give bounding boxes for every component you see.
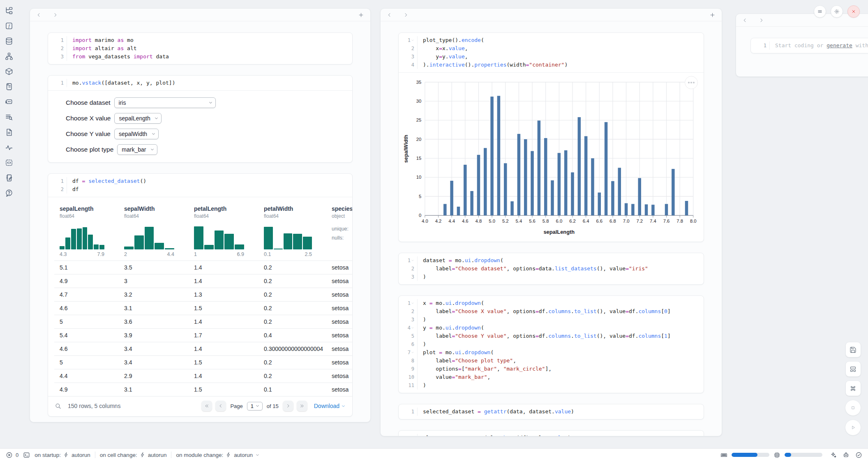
code-text: options=["mark_bar", "mark_circle"], [418, 365, 552, 373]
chart-actions-button[interactable] [685, 76, 698, 89]
terminal-icon[interactable] [23, 452, 30, 459]
notebook-column-left: 1import marimo as mo2import altair as al… [30, 8, 371, 422]
search-icon[interactable] [55, 403, 61, 409]
chevron-left-icon[interactable] [36, 12, 42, 18]
help-icon[interactable] [5, 189, 13, 197]
robot-icon[interactable] [843, 452, 850, 459]
download-button[interactable]: Download [314, 403, 346, 409]
code-editor[interactable]: 1dataset = mo.ui.dropdown(2 label="Choos… [399, 253, 704, 284]
page-select[interactable]: 1 [247, 402, 263, 410]
table-row[interactable]: 53.61.40.2setosa [54, 315, 352, 328]
table-cell: setosa [326, 329, 352, 342]
fold-chevron-icon[interactable] [411, 302, 414, 305]
code-line: 3) [399, 316, 704, 324]
bolt-icon [63, 452, 69, 458]
fold-chevron-icon[interactable] [411, 326, 414, 330]
code-editor[interactable]: 1plot_type().encode(2 x=x.value,3 y=y.va… [399, 33, 704, 72]
table-row[interactable]: 4.42.91.40.2setosa [54, 369, 352, 383]
table-row[interactable]: 5.43.91.70.4setosa [54, 328, 352, 342]
fold-chevron-icon[interactable] [411, 351, 414, 354]
last-page-button[interactable] [297, 401, 307, 411]
file-tree-icon[interactable] [5, 7, 13, 15]
svg-text:6.8: 6.8 [609, 219, 616, 224]
code-editor[interactable]: 1x = mo.ui.dropdown(2 label="Choose X va… [399, 296, 704, 393]
dropdown-choose-x-value[interactable]: sepalLength [114, 113, 162, 124]
dropdown-choose-dataset[interactable]: iris [114, 97, 216, 108]
menu-button[interactable] [814, 5, 826, 18]
code-line: 2 label="Choose X value", options=df.col… [399, 307, 704, 316]
table-cell: 1.7 [189, 329, 259, 342]
altair-bar-chart[interactable]: 051015202530354.04.24.44.64.85.05.25.45.… [402, 77, 700, 239]
snippets-icon[interactable] [5, 159, 13, 167]
code-editor[interactable]: 1df = selected_dataset()2df [48, 174, 352, 197]
code-line: 5 label="Choose Y value", options=df.col… [399, 332, 704, 340]
table-row[interactable]: 4.93.11.50.1setosa [54, 383, 352, 396]
first-page-button[interactable] [201, 401, 212, 411]
run-setting-on-cell-change[interactable]: on cell change:autorun [100, 452, 167, 458]
chevron-left-icon[interactable] [387, 12, 392, 18]
table-cell: setosa [326, 288, 352, 301]
stop-button[interactable] [845, 400, 861, 416]
code-editor[interactable]: 1 Start coding or generate with AI. [751, 38, 868, 53]
table-row[interactable]: 4.63.11.50.2setosa [54, 301, 352, 315]
layout-panels-button[interactable] [845, 361, 861, 377]
svg-text:sepalWidth: sepalWidth [403, 135, 409, 163]
activity-icon[interactable] [5, 143, 13, 152]
functions-icon[interactable]: f [5, 22, 13, 30]
sparkles-icon[interactable] [830, 452, 837, 459]
save-button[interactable] [845, 342, 861, 357]
next-page-button[interactable] [283, 401, 293, 411]
dropdown-choose-plot-type[interactable]: mark_bar [117, 144, 157, 155]
svg-text:7.6: 7.6 [663, 219, 670, 224]
run-setting-on-module-change[interactable]: on module change:autorun [176, 452, 260, 458]
run-setting-on-startup[interactable]: on startup:autorun [35, 452, 90, 458]
dependency-graph-icon[interactable] [5, 52, 13, 60]
chevron-right-icon[interactable] [53, 12, 58, 18]
scratchpad-icon[interactable] [5, 174, 13, 182]
gear-button[interactable] [831, 5, 843, 18]
code-text: label="Choose X value", options=df.colum… [418, 307, 671, 316]
table-row[interactable]: 4.931.40.2setosa [54, 274, 352, 288]
chevron-left-icon[interactable] [742, 18, 748, 23]
scroll-icon[interactable] [5, 83, 13, 91]
table-cell: 3.2 [119, 288, 189, 301]
cpu-usage-meter[interactable] [785, 453, 822, 457]
list-search-icon[interactable] [5, 113, 13, 121]
add-cell-icon[interactable] [709, 12, 716, 18]
column-header-species[interactable]: speciesobjectunique:nulls: [326, 202, 352, 260]
code-editor[interactable]: 1import marimo as mo2import altair as al… [48, 33, 352, 64]
generate-with-ai-link[interactable]: generate [826, 42, 852, 48]
prev-page-button[interactable] [215, 401, 226, 411]
check-circle-icon[interactable] [855, 452, 862, 459]
fold-chevron-icon[interactable] [411, 39, 414, 42]
add-cell-icon[interactable] [358, 12, 364, 18]
svg-text:5.8: 5.8 [542, 219, 549, 224]
dropdown-choose-y-value[interactable]: sepalWidth [114, 129, 159, 139]
chevron-right-icon[interactable] [759, 18, 764, 23]
table-row[interactable]: 4.73.21.30.2setosa [54, 288, 352, 301]
code-editor[interactable]: 1selected_dataset = getattr(data, datase… [399, 404, 704, 419]
fold-chevron-icon[interactable] [411, 259, 414, 262]
close-button[interactable] [847, 5, 860, 18]
table-row[interactable]: 4.63.41.40.30000000000000004setosa [54, 342, 352, 355]
run-button[interactable] [845, 420, 861, 436]
svg-text:5: 5 [419, 194, 421, 199]
database-icon[interactable] [5, 37, 13, 45]
document-icon[interactable] [5, 128, 13, 136]
line-number: 2 [48, 185, 67, 194]
memory-usage-meter[interactable] [732, 453, 769, 457]
table-row[interactable]: 53.41.50.2setosa [54, 355, 352, 369]
code-editor[interactable]: 1plot_type = getattr(alt.Chart(df), plot… [399, 431, 704, 436]
column-header-petalwidth[interactable]: petalWidthfloat640.12.5 [259, 202, 326, 260]
errors-icon[interactable] [6, 452, 13, 459]
line-number: 3 [399, 53, 418, 61]
command-button[interactable] [845, 380, 861, 396]
chat-bot-icon[interactable] [5, 98, 13, 106]
column-header-sepallength[interactable]: sepalLengthfloat644.37.9 [54, 202, 119, 260]
column-header-sepalwidth[interactable]: sepalWidthfloat6424.4 [119, 202, 189, 260]
chevron-right-icon[interactable] [403, 12, 409, 18]
table-row[interactable]: 5.13.51.40.2setosa [54, 260, 352, 274]
column-header-petallength[interactable]: petalLengthfloat6416.9 [189, 202, 259, 260]
code-editor[interactable]: 1mo.vstack([dataset, x, y, plot]) [48, 76, 352, 90]
package-icon[interactable] [5, 67, 13, 76]
